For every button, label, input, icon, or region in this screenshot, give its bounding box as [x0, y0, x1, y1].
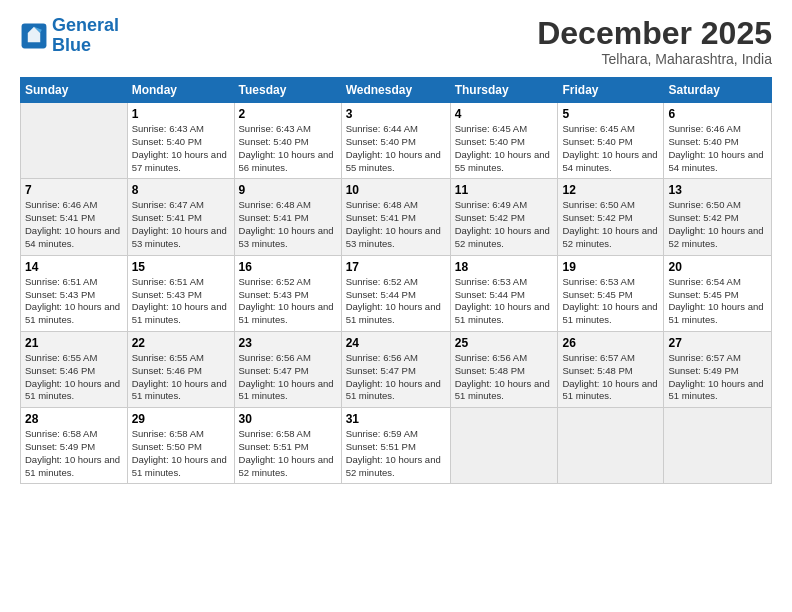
logo-icon: [20, 22, 48, 50]
day-number: 6: [668, 107, 767, 121]
day-info: Sunrise: 6:43 AMSunset: 5:40 PMDaylight:…: [239, 123, 337, 174]
day-info: Sunrise: 6:45 AMSunset: 5:40 PMDaylight:…: [455, 123, 554, 174]
day-cell: 2Sunrise: 6:43 AMSunset: 5:40 PMDaylight…: [234, 103, 341, 179]
month-title: December 2025: [537, 16, 772, 51]
day-info: Sunrise: 6:56 AMSunset: 5:48 PMDaylight:…: [455, 352, 554, 403]
header-cell-monday: Monday: [127, 78, 234, 103]
week-row-5: 28Sunrise: 6:58 AMSunset: 5:49 PMDayligh…: [21, 408, 772, 484]
day-info: Sunrise: 6:58 AMSunset: 5:49 PMDaylight:…: [25, 428, 123, 479]
day-info: Sunrise: 6:52 AMSunset: 5:44 PMDaylight:…: [346, 276, 446, 327]
calendar-table: SundayMondayTuesdayWednesdayThursdayFrid…: [20, 77, 772, 484]
day-cell: 23Sunrise: 6:56 AMSunset: 5:47 PMDayligh…: [234, 331, 341, 407]
logo-line2: Blue: [52, 35, 91, 55]
day-info: Sunrise: 6:53 AMSunset: 5:44 PMDaylight:…: [455, 276, 554, 327]
day-info: Sunrise: 6:59 AMSunset: 5:51 PMDaylight:…: [346, 428, 446, 479]
day-info: Sunrise: 6:45 AMSunset: 5:40 PMDaylight:…: [562, 123, 659, 174]
day-info: Sunrise: 6:56 AMSunset: 5:47 PMDaylight:…: [239, 352, 337, 403]
day-cell: 20Sunrise: 6:54 AMSunset: 5:45 PMDayligh…: [664, 255, 772, 331]
header-cell-saturday: Saturday: [664, 78, 772, 103]
day-number: 10: [346, 183, 446, 197]
week-row-4: 21Sunrise: 6:55 AMSunset: 5:46 PMDayligh…: [21, 331, 772, 407]
day-cell: 22Sunrise: 6:55 AMSunset: 5:46 PMDayligh…: [127, 331, 234, 407]
day-number: 25: [455, 336, 554, 350]
header-cell-sunday: Sunday: [21, 78, 128, 103]
day-cell: 10Sunrise: 6:48 AMSunset: 5:41 PMDayligh…: [341, 179, 450, 255]
day-number: 20: [668, 260, 767, 274]
day-number: 17: [346, 260, 446, 274]
day-cell: 1Sunrise: 6:43 AMSunset: 5:40 PMDaylight…: [127, 103, 234, 179]
day-cell: 3Sunrise: 6:44 AMSunset: 5:40 PMDaylight…: [341, 103, 450, 179]
day-number: 19: [562, 260, 659, 274]
day-number: 11: [455, 183, 554, 197]
day-number: 1: [132, 107, 230, 121]
day-number: 12: [562, 183, 659, 197]
week-row-3: 14Sunrise: 6:51 AMSunset: 5:43 PMDayligh…: [21, 255, 772, 331]
day-info: Sunrise: 6:47 AMSunset: 5:41 PMDaylight:…: [132, 199, 230, 250]
day-number: 21: [25, 336, 123, 350]
location: Telhara, Maharashtra, India: [537, 51, 772, 67]
day-number: 2: [239, 107, 337, 121]
day-number: 14: [25, 260, 123, 274]
day-cell: 5Sunrise: 6:45 AMSunset: 5:40 PMDaylight…: [558, 103, 664, 179]
day-info: Sunrise: 6:48 AMSunset: 5:41 PMDaylight:…: [239, 199, 337, 250]
day-number: 13: [668, 183, 767, 197]
day-number: 3: [346, 107, 446, 121]
day-number: 24: [346, 336, 446, 350]
day-number: 30: [239, 412, 337, 426]
day-cell: 14Sunrise: 6:51 AMSunset: 5:43 PMDayligh…: [21, 255, 128, 331]
day-info: Sunrise: 6:58 AMSunset: 5:51 PMDaylight:…: [239, 428, 337, 479]
day-cell: 7Sunrise: 6:46 AMSunset: 5:41 PMDaylight…: [21, 179, 128, 255]
day-cell: 31Sunrise: 6:59 AMSunset: 5:51 PMDayligh…: [341, 408, 450, 484]
day-info: Sunrise: 6:54 AMSunset: 5:45 PMDaylight:…: [668, 276, 767, 327]
day-cell: 29Sunrise: 6:58 AMSunset: 5:50 PMDayligh…: [127, 408, 234, 484]
day-info: Sunrise: 6:48 AMSunset: 5:41 PMDaylight:…: [346, 199, 446, 250]
day-info: Sunrise: 6:57 AMSunset: 5:48 PMDaylight:…: [562, 352, 659, 403]
header-row: SundayMondayTuesdayWednesdayThursdayFrid…: [21, 78, 772, 103]
header-cell-thursday: Thursday: [450, 78, 558, 103]
day-cell: 4Sunrise: 6:45 AMSunset: 5:40 PMDaylight…: [450, 103, 558, 179]
day-number: 27: [668, 336, 767, 350]
day-number: 26: [562, 336, 659, 350]
day-info: Sunrise: 6:55 AMSunset: 5:46 PMDaylight:…: [132, 352, 230, 403]
day-cell: 13Sunrise: 6:50 AMSunset: 5:42 PMDayligh…: [664, 179, 772, 255]
day-cell: [450, 408, 558, 484]
day-number: 18: [455, 260, 554, 274]
day-number: 8: [132, 183, 230, 197]
logo-line1: General: [52, 15, 119, 35]
header-cell-tuesday: Tuesday: [234, 78, 341, 103]
header-cell-wednesday: Wednesday: [341, 78, 450, 103]
day-number: 23: [239, 336, 337, 350]
day-info: Sunrise: 6:49 AMSunset: 5:42 PMDaylight:…: [455, 199, 554, 250]
day-info: Sunrise: 6:46 AMSunset: 5:41 PMDaylight:…: [25, 199, 123, 250]
day-number: 9: [239, 183, 337, 197]
day-number: 5: [562, 107, 659, 121]
day-cell: [21, 103, 128, 179]
header-cell-friday: Friday: [558, 78, 664, 103]
day-number: 7: [25, 183, 123, 197]
day-info: Sunrise: 6:50 AMSunset: 5:42 PMDaylight:…: [562, 199, 659, 250]
day-cell: 18Sunrise: 6:53 AMSunset: 5:44 PMDayligh…: [450, 255, 558, 331]
day-info: Sunrise: 6:50 AMSunset: 5:42 PMDaylight:…: [668, 199, 767, 250]
day-cell: 30Sunrise: 6:58 AMSunset: 5:51 PMDayligh…: [234, 408, 341, 484]
day-info: Sunrise: 6:52 AMSunset: 5:43 PMDaylight:…: [239, 276, 337, 327]
week-row-1: 1Sunrise: 6:43 AMSunset: 5:40 PMDaylight…: [21, 103, 772, 179]
day-cell: [558, 408, 664, 484]
day-cell: 17Sunrise: 6:52 AMSunset: 5:44 PMDayligh…: [341, 255, 450, 331]
day-info: Sunrise: 6:53 AMSunset: 5:45 PMDaylight:…: [562, 276, 659, 327]
day-info: Sunrise: 6:55 AMSunset: 5:46 PMDaylight:…: [25, 352, 123, 403]
day-cell: 19Sunrise: 6:53 AMSunset: 5:45 PMDayligh…: [558, 255, 664, 331]
day-info: Sunrise: 6:51 AMSunset: 5:43 PMDaylight:…: [132, 276, 230, 327]
day-cell: 15Sunrise: 6:51 AMSunset: 5:43 PMDayligh…: [127, 255, 234, 331]
day-cell: 25Sunrise: 6:56 AMSunset: 5:48 PMDayligh…: [450, 331, 558, 407]
day-cell: 21Sunrise: 6:55 AMSunset: 5:46 PMDayligh…: [21, 331, 128, 407]
day-info: Sunrise: 6:51 AMSunset: 5:43 PMDaylight:…: [25, 276, 123, 327]
day-info: Sunrise: 6:46 AMSunset: 5:40 PMDaylight:…: [668, 123, 767, 174]
logo: General Blue: [20, 16, 119, 56]
logo-text: General Blue: [52, 16, 119, 56]
day-cell: 8Sunrise: 6:47 AMSunset: 5:41 PMDaylight…: [127, 179, 234, 255]
day-cell: 11Sunrise: 6:49 AMSunset: 5:42 PMDayligh…: [450, 179, 558, 255]
day-cell: 12Sunrise: 6:50 AMSunset: 5:42 PMDayligh…: [558, 179, 664, 255]
day-number: 22: [132, 336, 230, 350]
day-number: 29: [132, 412, 230, 426]
day-cell: [664, 408, 772, 484]
